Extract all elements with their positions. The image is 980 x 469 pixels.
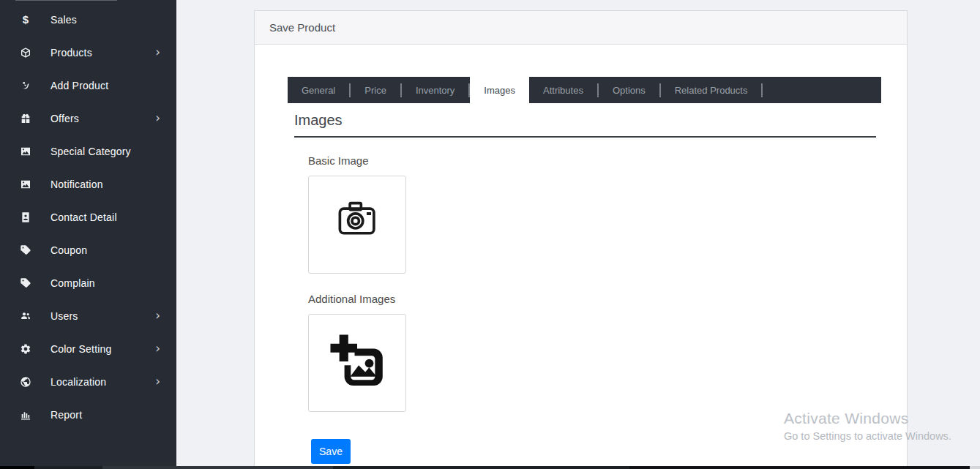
bar-chart-icon [18,409,33,421]
address-card-icon [18,211,33,223]
sidebar-item-coupon[interactable]: Coupon [0,233,176,266]
app-root: $ Sales Products › Add Product [0,0,980,469]
scrollbar-thumb[interactable] [102,466,333,469]
sidebar-item-label: Users [51,310,78,322]
additional-images-upload[interactable] [308,314,406,412]
tab-attributes[interactable]: Attributes [529,77,597,103]
sidebar-item-notification[interactable]: Notification [0,168,176,200]
image-icon [18,179,33,190]
sidebar-item-label: Special Category [51,146,131,157]
sidebar-item-label: Report [51,409,82,421]
sidebar-item-label: Offers [51,113,79,124]
sidebar-item-add-product[interactable]: Add Product [0,69,176,102]
section-divider [294,136,876,138]
sidebar-item-products[interactable]: Products › [0,36,176,69]
tab-general[interactable]: General [288,77,349,103]
users-icon [18,310,33,322]
chevron-right-icon: › [155,375,160,388]
sidebar-item-label: Color Setting [51,343,112,355]
sidebar-item-label: Notification [51,179,103,190]
sidebar-menu: $ Sales Products › Add Product [0,0,176,431]
chevron-right-icon: › [155,309,160,322]
sidebar-item-color-setting[interactable]: Color Setting › [0,332,176,365]
add-photo-icon [326,332,389,394]
sidebar-item-label: Complain [51,277,95,289]
sidebar-item-label: Localization [51,376,106,388]
sidebar-item-label: Coupon [51,244,87,256]
save-button[interactable]: Save [311,439,351,464]
tag-icon [18,244,33,256]
sidebar-item-label: Sales [51,14,77,26]
sidebar-item-special-category[interactable]: Special Category [0,135,176,168]
cube-icon [18,47,33,59]
card-header: Save Product [255,11,907,45]
sidebar-item-users[interactable]: Users › [0,299,176,332]
dollar-icon: $ [18,13,33,26]
card-title: Save Product [269,21,335,34]
sidebar-item-label: Products [51,47,92,59]
sidebar-item-label: Contact Detail [51,211,117,223]
tag-icon [18,277,33,289]
sidebar-item-contact-detail[interactable]: Contact Detail [0,200,176,233]
sidebar-top-divider [15,0,117,1]
chevron-right-icon: › [155,112,160,124]
tab-related-products[interactable]: Related Products [661,77,762,103]
add-product-icon [18,80,33,91]
tab-options[interactable]: Options [599,77,659,103]
gift-icon [18,113,33,124]
basic-image-upload[interactable] [308,176,406,274]
sidebar-item-complain[interactable]: Complain [0,266,176,299]
basic-image-label: Basic Image [308,154,369,167]
chevron-right-icon: › [155,46,160,59]
images-section-title: Images [294,112,343,129]
gear-icon [18,343,33,355]
sidebar-item-localization[interactable]: Localization › [0,365,176,398]
sidebar-item-offers[interactable]: Offers › [0,102,176,135]
camera-icon [330,200,384,249]
additional-images-label: Additional Images [308,293,395,305]
tab-inventory[interactable]: Inventory [402,77,468,103]
sidebar: $ Sales Products › Add Product [0,0,176,466]
sidebar-item-label: Add Product [51,80,108,91]
tab-price[interactable]: Price [351,77,400,103]
tab-separator [761,83,763,97]
sidebar-item-report[interactable]: Report [0,398,176,431]
bottom-scrollbar[interactable] [0,466,980,469]
chevron-right-icon: › [155,342,160,355]
image-icon [18,146,33,157]
globe-icon [18,376,33,388]
product-tabbar: General Price Inventory Images Attribute… [288,77,881,103]
sidebar-item-sales[interactable]: $ Sales [0,3,176,36]
tab-images[interactable]: Images [470,77,529,107]
